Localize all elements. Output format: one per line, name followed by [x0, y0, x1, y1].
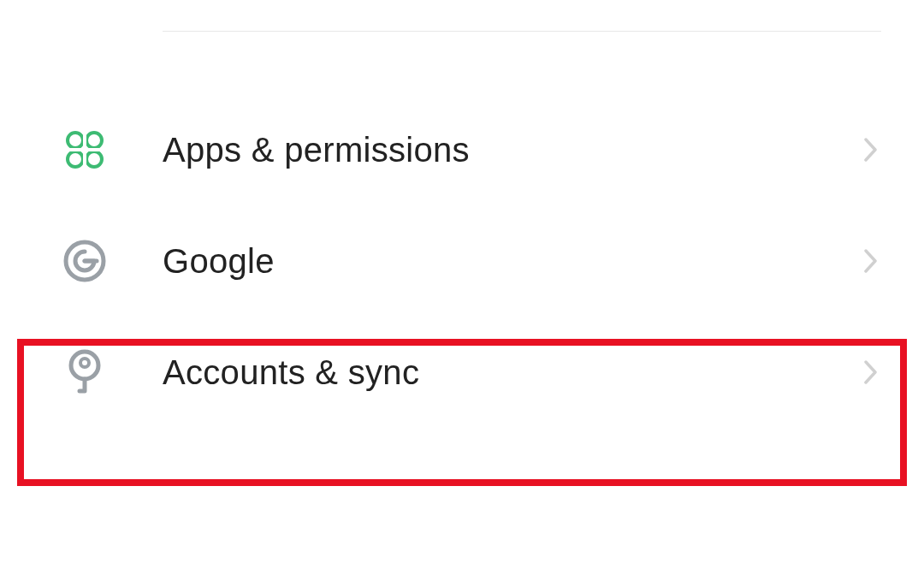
key-icon	[60, 347, 110, 397]
svg-point-9	[80, 359, 89, 367]
google-icon	[60, 236, 110, 286]
svg-point-2	[68, 151, 83, 167]
svg-point-3	[86, 151, 102, 167]
chevron-right-icon	[861, 139, 881, 160]
svg-point-1	[86, 133, 102, 148]
settings-item-label: Google	[163, 242, 275, 281]
settings-item-google[interactable]: Google	[0, 205, 924, 317]
settings-list: Apps & permissions Google	[0, 94, 924, 428]
divider	[163, 31, 881, 32]
settings-item-label: Accounts & sync	[163, 353, 419, 392]
chevron-right-icon	[861, 362, 881, 382]
apps-permissions-icon	[60, 125, 110, 175]
settings-item-accounts-sync[interactable]: Accounts & sync	[0, 317, 924, 428]
chevron-right-icon	[861, 251, 881, 271]
settings-item-apps-permissions[interactable]: Apps & permissions	[0, 94, 924, 205]
svg-point-0	[68, 133, 83, 148]
settings-item-label: Apps & permissions	[163, 131, 470, 169]
svg-rect-5	[66, 148, 104, 151]
